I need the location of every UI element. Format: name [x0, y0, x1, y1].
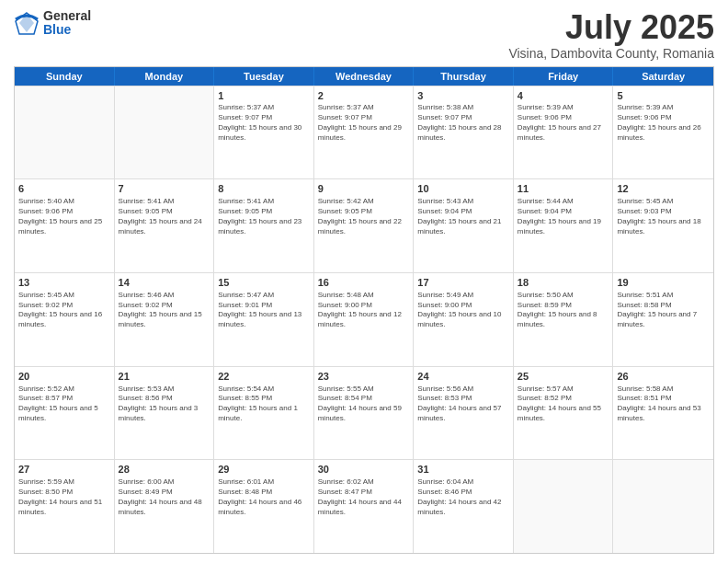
day-number: 29: [218, 463, 310, 477]
calendar-cell: [613, 460, 713, 553]
cell-details: Sunrise: 5:38 AM Sunset: 9:07 PM Dayligh…: [417, 103, 509, 143]
calendar-cell: 18Sunrise: 5:50 AM Sunset: 8:59 PM Dayli…: [514, 273, 614, 366]
cell-details: Sunrise: 5:48 AM Sunset: 9:00 PM Dayligh…: [318, 291, 410, 330]
day-number: 2: [318, 89, 410, 103]
cell-details: Sunrise: 5:44 AM Sunset: 9:04 PM Dayligh…: [518, 197, 609, 236]
weekday-header-wednesday: Wednesday: [314, 67, 415, 86]
cell-details: Sunrise: 5:39 AM Sunset: 9:06 PM Dayligh…: [518, 103, 609, 143]
cell-details: Sunrise: 5:56 AM Sunset: 8:53 PM Dayligh…: [417, 385, 509, 424]
logo-text: General Blue: [43, 9, 91, 38]
cell-details: Sunrise: 5:37 AM Sunset: 9:07 PM Dayligh…: [318, 103, 410, 143]
cell-details: Sunrise: 5:43 AM Sunset: 9:04 PM Dayligh…: [417, 197, 509, 236]
cell-details: Sunrise: 5:51 AM Sunset: 8:58 PM Dayligh…: [617, 291, 710, 330]
weekday-header-tuesday: Tuesday: [214, 67, 314, 86]
cell-details: Sunrise: 6:01 AM Sunset: 8:48 PM Dayligh…: [218, 477, 310, 517]
logo: General Blue: [14, 9, 91, 38]
day-number: 20: [18, 370, 110, 384]
calendar-row-4: 27Sunrise: 5:59 AM Sunset: 8:50 PM Dayli…: [15, 459, 713, 553]
weekday-header-friday: Friday: [514, 67, 614, 86]
day-number: 12: [617, 182, 710, 196]
cell-details: Sunrise: 5:41 AM Sunset: 9:05 PM Dayligh…: [218, 197, 310, 236]
calendar-row-0: 1Sunrise: 5:37 AM Sunset: 9:07 PM Daylig…: [15, 86, 713, 179]
day-number: 9: [318, 182, 410, 196]
calendar-cell: 22Sunrise: 5:54 AM Sunset: 8:55 PM Dayli…: [214, 367, 314, 460]
calendar-cell: 1Sunrise: 5:37 AM Sunset: 9:07 PM Daylig…: [214, 86, 314, 179]
weekday-header-monday: Monday: [115, 67, 215, 86]
day-number: 24: [417, 370, 509, 384]
day-number: 5: [617, 89, 710, 103]
cell-details: Sunrise: 6:04 AM Sunset: 8:46 PM Dayligh…: [417, 477, 509, 517]
calendar-cell: 15Sunrise: 5:47 AM Sunset: 9:01 PM Dayli…: [214, 273, 314, 366]
calendar-row-3: 20Sunrise: 5:52 AM Sunset: 8:57 PM Dayli…: [15, 366, 713, 460]
day-number: 27: [18, 463, 110, 477]
cell-details: Sunrise: 5:53 AM Sunset: 8:56 PM Dayligh…: [119, 385, 210, 424]
cell-details: Sunrise: 5:54 AM Sunset: 8:55 PM Dayligh…: [218, 385, 310, 424]
cell-details: Sunrise: 5:47 AM Sunset: 9:01 PM Dayligh…: [218, 291, 310, 330]
day-number: 21: [119, 370, 210, 384]
day-number: 30: [318, 463, 410, 477]
day-number: 15: [218, 276, 310, 290]
title-block: July 2025 Visina, Dambovita County, Roma…: [508, 9, 714, 61]
calendar-cell: [115, 86, 215, 179]
cell-details: Sunrise: 5:49 AM Sunset: 9:00 PM Dayligh…: [417, 291, 509, 330]
calendar-cell: 27Sunrise: 5:59 AM Sunset: 8:50 PM Dayli…: [15, 460, 115, 553]
cell-details: Sunrise: 5:45 AM Sunset: 9:03 PM Dayligh…: [617, 197, 710, 236]
calendar-cell: 30Sunrise: 6:02 AM Sunset: 8:47 PM Dayli…: [314, 460, 415, 553]
day-number: 28: [119, 463, 210, 477]
calendar-cell: [514, 460, 614, 553]
calendar-cell: 12Sunrise: 5:45 AM Sunset: 9:03 PM Dayli…: [613, 179, 713, 272]
calendar-cell: 29Sunrise: 6:01 AM Sunset: 8:48 PM Dayli…: [214, 460, 314, 553]
day-number: 25: [518, 370, 609, 384]
day-number: 17: [417, 276, 509, 290]
logo-general-text: General: [43, 9, 91, 23]
day-number: 14: [119, 276, 210, 290]
calendar-cell: 4Sunrise: 5:39 AM Sunset: 9:06 PM Daylig…: [514, 86, 614, 179]
calendar-cell: 19Sunrise: 5:51 AM Sunset: 8:58 PM Dayli…: [613, 273, 713, 366]
day-number: 3: [417, 89, 509, 103]
calendar-cell: 25Sunrise: 5:57 AM Sunset: 8:52 PM Dayli…: [514, 367, 614, 460]
day-number: 7: [119, 182, 210, 196]
cell-details: Sunrise: 6:02 AM Sunset: 8:47 PM Dayligh…: [318, 477, 410, 517]
calendar-cell: 26Sunrise: 5:58 AM Sunset: 8:51 PM Dayli…: [613, 367, 713, 460]
cell-details: Sunrise: 5:55 AM Sunset: 8:54 PM Dayligh…: [318, 385, 410, 424]
calendar-cell: 14Sunrise: 5:46 AM Sunset: 9:02 PM Dayli…: [115, 273, 215, 366]
cell-details: Sunrise: 5:52 AM Sunset: 8:57 PM Dayligh…: [18, 385, 110, 424]
day-number: 22: [218, 370, 310, 384]
calendar-header: SundayMondayTuesdayWednesdayThursdayFrid…: [15, 67, 713, 86]
day-number: 19: [617, 276, 710, 290]
calendar-cell: 23Sunrise: 5:55 AM Sunset: 8:54 PM Dayli…: [314, 367, 415, 460]
day-number: 13: [18, 276, 110, 290]
weekday-header-saturday: Saturday: [613, 67, 713, 86]
calendar-cell: 31Sunrise: 6:04 AM Sunset: 8:46 PM Dayli…: [414, 460, 514, 553]
cell-details: Sunrise: 5:42 AM Sunset: 9:05 PM Dayligh…: [318, 197, 410, 236]
page: General Blue July 2025 Visina, Dambovita…: [0, 0, 728, 563]
cell-details: Sunrise: 5:50 AM Sunset: 8:59 PM Dayligh…: [518, 291, 609, 330]
calendar-row-2: 13Sunrise: 5:45 AM Sunset: 9:02 PM Dayli…: [15, 272, 713, 366]
calendar-cell: 7Sunrise: 5:41 AM Sunset: 9:05 PM Daylig…: [115, 179, 215, 272]
calendar-cell: 10Sunrise: 5:43 AM Sunset: 9:04 PM Dayli…: [414, 179, 514, 272]
calendar-cell: 17Sunrise: 5:49 AM Sunset: 9:00 PM Dayli…: [414, 273, 514, 366]
calendar-cell: [15, 86, 115, 179]
cell-details: Sunrise: 5:39 AM Sunset: 9:06 PM Dayligh…: [617, 103, 710, 143]
day-number: 31: [417, 463, 509, 477]
calendar-cell: 5Sunrise: 5:39 AM Sunset: 9:06 PM Daylig…: [613, 86, 713, 179]
calendar-cell: 21Sunrise: 5:53 AM Sunset: 8:56 PM Dayli…: [115, 367, 215, 460]
calendar-cell: 13Sunrise: 5:45 AM Sunset: 9:02 PM Dayli…: [15, 273, 115, 366]
day-number: 10: [417, 182, 509, 196]
day-number: 26: [617, 370, 710, 384]
calendar-cell: 3Sunrise: 5:38 AM Sunset: 9:07 PM Daylig…: [414, 86, 514, 179]
day-number: 4: [518, 89, 609, 103]
day-number: 6: [18, 182, 110, 196]
weekday-header-sunday: Sunday: [15, 67, 115, 86]
logo-blue-text: Blue: [43, 23, 91, 37]
cell-details: Sunrise: 5:46 AM Sunset: 9:02 PM Dayligh…: [119, 291, 210, 330]
day-number: 23: [318, 370, 410, 384]
logo-icon: [14, 10, 40, 36]
day-number: 11: [518, 182, 609, 196]
calendar-cell: 28Sunrise: 6:00 AM Sunset: 8:49 PM Dayli…: [115, 460, 215, 553]
day-number: 16: [318, 276, 410, 290]
cell-details: Sunrise: 6:00 AM Sunset: 8:49 PM Dayligh…: [119, 477, 210, 517]
calendar-cell: 16Sunrise: 5:48 AM Sunset: 9:00 PM Dayli…: [314, 273, 415, 366]
cell-details: Sunrise: 5:57 AM Sunset: 8:52 PM Dayligh…: [518, 385, 609, 424]
calendar-row-1: 6Sunrise: 5:40 AM Sunset: 9:06 PM Daylig…: [15, 178, 713, 272]
